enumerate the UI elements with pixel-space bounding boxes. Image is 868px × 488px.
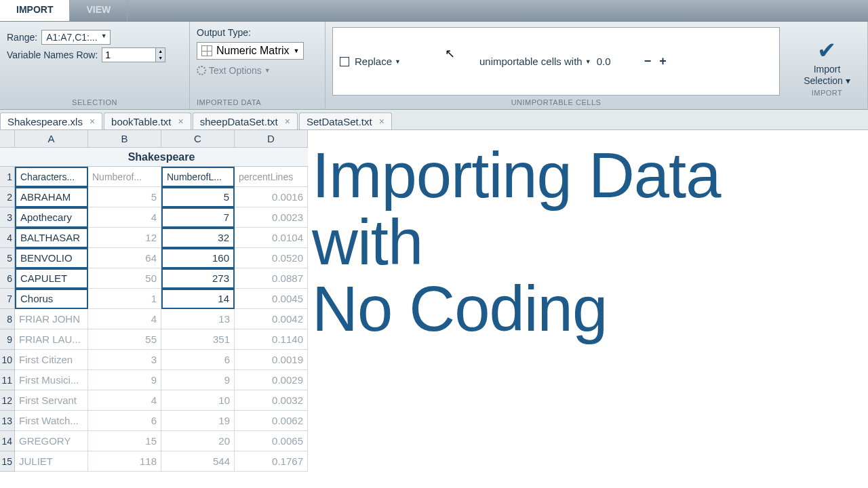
cell[interactable]: 0.1767 (235, 451, 308, 472)
row-number[interactable]: 8 (0, 309, 15, 329)
cell[interactable]: 50 (88, 268, 161, 289)
cell[interactable]: 0.0042 (235, 309, 308, 329)
cell[interactable]: First Musici... (15, 370, 88, 390)
tab-import[interactable]: IMPORT (0, 0, 70, 21)
cell[interactable]: 0.0016 (235, 187, 308, 207)
var-header[interactable]: Characters... (15, 167, 88, 187)
varnames-spinner[interactable]: ▲▼ (102, 47, 165, 62)
row-number[interactable]: 14 (0, 431, 15, 451)
cell[interactable]: 19 (161, 411, 235, 431)
cell[interactable]: 9 (161, 370, 235, 390)
cell[interactable]: 15 (88, 431, 161, 451)
cell[interactable]: 55 (88, 329, 161, 350)
replace-value-input[interactable] (597, 56, 637, 67)
cell[interactable]: 6 (161, 350, 235, 370)
cell[interactable]: 0.0032 (235, 390, 308, 411)
cell[interactable]: 0.0887 (235, 268, 308, 289)
spin-down-icon[interactable]: ▼ (156, 55, 165, 62)
cell[interactable]: 20 (161, 431, 235, 451)
cell[interactable]: CAPULET (15, 268, 88, 289)
cell[interactable]: 273 (161, 268, 235, 289)
text-options[interactable]: Text Options ▼ (197, 65, 304, 76)
cells-with-dropdown[interactable]: unimportable cells with (479, 56, 591, 67)
spin-up-icon[interactable]: ▲ (156, 48, 165, 55)
cell[interactable]: 4 (88, 207, 161, 228)
row-number[interactable]: 13 (0, 411, 15, 431)
cell[interactable]: 0.0029 (235, 370, 308, 390)
cell[interactable]: JULIET (15, 451, 88, 472)
cell[interactable]: 0.0023 (235, 207, 308, 228)
cell[interactable]: ABRAHAM (15, 187, 88, 207)
cell[interactable]: 0.0065 (235, 431, 308, 451)
var-header[interactable]: percentLines (235, 167, 308, 187)
cell[interactable]: 14 (161, 289, 235, 309)
cell[interactable]: 5 (88, 187, 161, 207)
tab-view[interactable]: VIEW (70, 0, 127, 21)
var-header[interactable]: NumberofL... (161, 167, 235, 187)
cell[interactable]: 0.0062 (235, 411, 308, 431)
cell[interactable]: 4 (88, 390, 161, 411)
cell[interactable]: 4 (88, 309, 161, 329)
row-number[interactable]: 3 (0, 207, 15, 228)
row-number[interactable]: 2 (0, 187, 15, 207)
row-number[interactable]: 15 (0, 451, 15, 472)
cell[interactable]: 351 (161, 329, 235, 350)
minus-icon[interactable]: − (643, 54, 653, 68)
cell[interactable]: 9 (88, 370, 161, 390)
cell[interactable]: 12 (88, 228, 161, 248)
col-header-b[interactable]: B (88, 130, 161, 148)
cell[interactable]: 6 (88, 411, 161, 431)
row-number[interactable]: 7 (0, 289, 15, 309)
plus-icon[interactable]: + (658, 54, 668, 68)
col-header-d[interactable]: D (235, 130, 308, 148)
replace-checkbox[interactable] (340, 57, 349, 66)
cell[interactable]: 7 (161, 207, 235, 228)
cell[interactable]: 5 (161, 187, 235, 207)
cell[interactable]: BALTHASAR (15, 228, 88, 248)
cell[interactable]: 1 (88, 289, 161, 309)
cell[interactable]: FRIAR LAU... (15, 329, 88, 350)
range-combo[interactable]: A1:A7,C1:... (41, 30, 110, 45)
import-selection-button[interactable]: ✔ ImportSelection ▾ (804, 37, 850, 87)
cell[interactable]: 118 (88, 451, 161, 472)
cell[interactable]: Chorus (15, 289, 88, 309)
cell[interactable]: 64 (88, 248, 161, 268)
file-tab[interactable]: bookTable.txt× (104, 113, 191, 129)
close-icon[interactable]: × (379, 116, 384, 127)
cell[interactable]: 0.0520 (235, 248, 308, 268)
row-number[interactable]: 9 (0, 329, 15, 350)
cell[interactable]: 32 (161, 228, 235, 248)
row-number[interactable]: 11 (0, 370, 15, 390)
row-number[interactable]: 4 (0, 228, 15, 248)
cell[interactable]: 0.1140 (235, 329, 308, 350)
cell[interactable]: 544 (161, 451, 235, 472)
cell[interactable]: FRIAR JOHN (15, 309, 88, 329)
cell[interactable]: 0.0019 (235, 350, 308, 370)
row-number[interactable]: 6 (0, 268, 15, 289)
row-number[interactable]: 10 (0, 350, 15, 370)
var-header[interactable]: Numberof... (88, 167, 161, 187)
close-icon[interactable]: × (90, 116, 95, 127)
row-number[interactable]: 1 (0, 167, 15, 187)
cell[interactable]: 0.0045 (235, 289, 308, 309)
file-tab[interactable]: SetDataSet.txt× (299, 113, 392, 129)
cell[interactable]: Apothecary (15, 207, 88, 228)
cell[interactable]: First Citizen (15, 350, 88, 370)
cell[interactable]: First Servant (15, 390, 88, 411)
output-type-combo[interactable]: Numeric Matrix ▼ (197, 42, 304, 60)
col-header-c[interactable]: C (161, 130, 235, 148)
row-number[interactable]: 5 (0, 248, 15, 268)
cell[interactable]: GREGORY (15, 431, 88, 451)
close-icon[interactable]: × (285, 116, 290, 127)
replace-action-dropdown[interactable]: Replace (355, 56, 401, 67)
cell[interactable]: 160 (161, 248, 235, 268)
cell[interactable]: 0.0104 (235, 228, 308, 248)
cell[interactable]: First Watch... (15, 411, 88, 431)
col-header-a[interactable]: A (15, 130, 88, 148)
cell[interactable]: 3 (88, 350, 161, 370)
close-icon[interactable]: × (178, 116, 183, 127)
file-tab[interactable]: sheepDataSet.txt× (193, 113, 298, 129)
varnames-input[interactable] (102, 47, 156, 62)
row-number[interactable]: 12 (0, 390, 15, 411)
file-tab[interactable]: Shakespeare.xls× (0, 113, 102, 129)
